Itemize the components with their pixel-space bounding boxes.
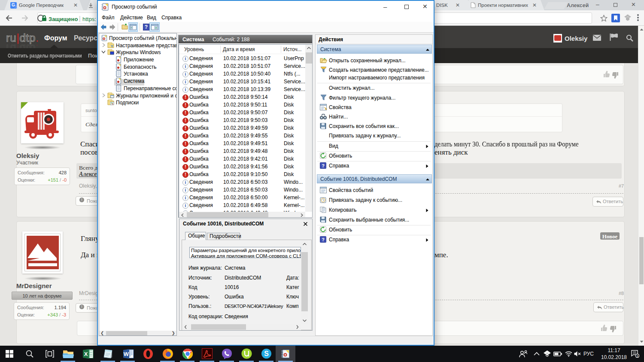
svg-text:3: 3 bbox=[636, 354, 638, 358]
svg-text:X: X bbox=[84, 351, 88, 357]
svg-text:W: W bbox=[124, 351, 129, 357]
svg-text:S: S bbox=[264, 350, 269, 357]
svg-text:?: ? bbox=[145, 24, 148, 30]
svg-text:?: ? bbox=[322, 237, 325, 242]
svg-text:?: ? bbox=[322, 163, 325, 168]
